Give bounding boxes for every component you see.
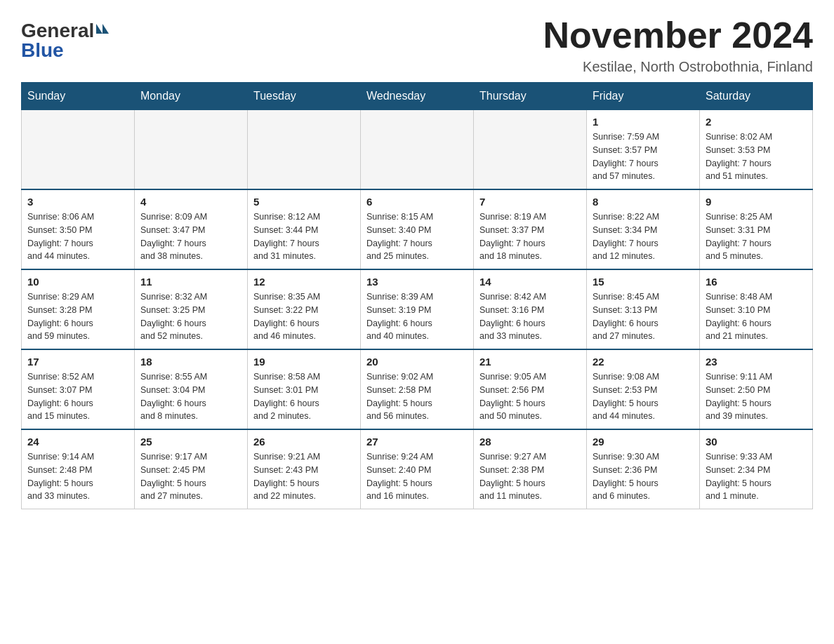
calendar-cell: 7Sunrise: 8:19 AMSunset: 3:37 PMDaylight…	[474, 189, 587, 269]
day-info: Sunrise: 9:14 AMSunset: 2:48 PMDaylight:…	[27, 450, 128, 503]
day-number: 30	[706, 436, 807, 448]
calendar-cell: 18Sunrise: 8:55 AMSunset: 3:04 PMDayligh…	[135, 349, 248, 429]
day-info: Sunrise: 8:52 AMSunset: 3:07 PMDaylight:…	[27, 370, 128, 423]
day-number: 3	[27, 196, 128, 208]
day-number: 9	[706, 196, 807, 208]
day-info: Sunrise: 8:15 AMSunset: 3:40 PMDaylight:…	[366, 210, 468, 263]
calendar-cell	[361, 110, 474, 190]
day-info: Sunrise: 9:21 AMSunset: 2:43 PMDaylight:…	[253, 450, 355, 503]
day-number: 27	[366, 436, 468, 448]
col-wednesday: Wednesday	[361, 83, 474, 110]
day-info: Sunrise: 9:05 AMSunset: 2:56 PMDaylight:…	[479, 370, 581, 423]
calendar-week-row: 3Sunrise: 8:06 AMSunset: 3:50 PMDaylight…	[22, 189, 813, 269]
day-number: 11	[140, 276, 241, 288]
calendar-cell: 14Sunrise: 8:42 AMSunset: 3:16 PMDayligh…	[474, 269, 587, 349]
calendar-cell: 26Sunrise: 9:21 AMSunset: 2:43 PMDayligh…	[248, 429, 361, 509]
day-number: 20	[366, 356, 468, 368]
day-info: Sunrise: 8:02 AMSunset: 3:53 PMDaylight:…	[706, 130, 807, 183]
calendar-cell: 16Sunrise: 8:48 AMSunset: 3:10 PMDayligh…	[700, 269, 813, 349]
calendar-cell: 9Sunrise: 8:25 AMSunset: 3:31 PMDaylight…	[700, 189, 813, 269]
col-tuesday: Tuesday	[248, 83, 361, 110]
day-number: 12	[253, 276, 355, 288]
calendar-cell: 10Sunrise: 8:29 AMSunset: 3:28 PMDayligh…	[22, 269, 135, 349]
col-saturday: Saturday	[700, 83, 813, 110]
location-subtitle: Kestilae, North Ostrobothnia, Finland	[543, 59, 813, 75]
calendar-cell: 27Sunrise: 9:24 AMSunset: 2:40 PMDayligh…	[361, 429, 474, 509]
month-title: November 2024	[543, 14, 813, 56]
calendar-week-row: 10Sunrise: 8:29 AMSunset: 3:28 PMDayligh…	[22, 269, 813, 349]
day-number: 24	[27, 436, 128, 448]
calendar-cell: 21Sunrise: 9:05 AMSunset: 2:56 PMDayligh…	[474, 349, 587, 429]
calendar-cell: 28Sunrise: 9:27 AMSunset: 2:38 PMDayligh…	[474, 429, 587, 509]
day-info: Sunrise: 8:35 AMSunset: 3:22 PMDaylight:…	[253, 290, 355, 343]
calendar-cell: 4Sunrise: 8:09 AMSunset: 3:47 PMDaylight…	[135, 189, 248, 269]
day-info: Sunrise: 9:27 AMSunset: 2:38 PMDaylight:…	[479, 450, 581, 503]
calendar-week-row: 1Sunrise: 7:59 AMSunset: 3:57 PMDaylight…	[22, 110, 813, 190]
day-info: Sunrise: 8:48 AMSunset: 3:10 PMDaylight:…	[706, 290, 807, 343]
day-number: 13	[366, 276, 468, 288]
calendar-cell: 3Sunrise: 8:06 AMSunset: 3:50 PMDaylight…	[22, 189, 135, 269]
col-thursday: Thursday	[474, 83, 587, 110]
calendar-cell: 22Sunrise: 9:08 AMSunset: 2:53 PMDayligh…	[587, 349, 700, 429]
day-info: Sunrise: 8:06 AMSunset: 3:50 PMDaylight:…	[27, 210, 128, 263]
calendar-cell: 30Sunrise: 9:33 AMSunset: 2:34 PMDayligh…	[700, 429, 813, 509]
logo-general-text: General	[21, 21, 94, 41]
day-number: 26	[253, 436, 355, 448]
day-info: Sunrise: 8:42 AMSunset: 3:16 PMDaylight:…	[479, 290, 581, 343]
calendar-week-row: 24Sunrise: 9:14 AMSunset: 2:48 PMDayligh…	[22, 429, 813, 509]
calendar-cell	[22, 110, 135, 190]
day-number: 18	[140, 356, 241, 368]
calendar-week-row: 17Sunrise: 8:52 AMSunset: 3:07 PMDayligh…	[22, 349, 813, 429]
calendar-cell: 20Sunrise: 9:02 AMSunset: 2:58 PMDayligh…	[361, 349, 474, 429]
calendar-cell: 1Sunrise: 7:59 AMSunset: 3:57 PMDaylight…	[587, 110, 700, 190]
calendar-cell: 11Sunrise: 8:32 AMSunset: 3:25 PMDayligh…	[135, 269, 248, 349]
calendar-header-row: Sunday Monday Tuesday Wednesday Thursday…	[22, 83, 813, 110]
day-info: Sunrise: 9:02 AMSunset: 2:58 PMDaylight:…	[366, 370, 468, 423]
day-number: 6	[366, 196, 468, 208]
calendar-cell	[135, 110, 248, 190]
calendar-cell: 15Sunrise: 8:45 AMSunset: 3:13 PMDayligh…	[587, 269, 700, 349]
day-number: 10	[27, 276, 128, 288]
day-number: 22	[593, 356, 694, 368]
day-number: 2	[706, 116, 807, 128]
calendar-cell: 19Sunrise: 8:58 AMSunset: 3:01 PMDayligh…	[248, 349, 361, 429]
day-number: 4	[140, 196, 241, 208]
calendar-cell: 2Sunrise: 8:02 AMSunset: 3:53 PMDaylight…	[700, 110, 813, 190]
day-info: Sunrise: 8:58 AMSunset: 3:01 PMDaylight:…	[253, 370, 355, 423]
day-info: Sunrise: 9:24 AMSunset: 2:40 PMDaylight:…	[366, 450, 468, 503]
day-info: Sunrise: 8:29 AMSunset: 3:28 PMDaylight:…	[27, 290, 128, 343]
day-number: 16	[706, 276, 807, 288]
calendar-cell: 13Sunrise: 8:39 AMSunset: 3:19 PMDayligh…	[361, 269, 474, 349]
col-monday: Monday	[135, 83, 248, 110]
day-info: Sunrise: 8:32 AMSunset: 3:25 PMDaylight:…	[140, 290, 241, 343]
day-info: Sunrise: 9:17 AMSunset: 2:45 PMDaylight:…	[140, 450, 241, 503]
calendar-table: Sunday Monday Tuesday Wednesday Thursday…	[21, 82, 813, 509]
day-info: Sunrise: 8:55 AMSunset: 3:04 PMDaylight:…	[140, 370, 241, 423]
day-number: 7	[479, 196, 581, 208]
day-number: 19	[253, 356, 355, 368]
calendar-cell: 29Sunrise: 9:30 AMSunset: 2:36 PMDayligh…	[587, 429, 700, 509]
day-number: 29	[593, 436, 694, 448]
calendar-cell: 24Sunrise: 9:14 AMSunset: 2:48 PMDayligh…	[22, 429, 135, 509]
day-number: 28	[479, 436, 581, 448]
day-number: 5	[253, 196, 355, 208]
day-number: 15	[593, 276, 694, 288]
calendar-cell: 17Sunrise: 8:52 AMSunset: 3:07 PMDayligh…	[22, 349, 135, 429]
calendar-cell	[248, 110, 361, 190]
col-sunday: Sunday	[22, 83, 135, 110]
day-number: 14	[479, 276, 581, 288]
day-info: Sunrise: 8:25 AMSunset: 3:31 PMDaylight:…	[706, 210, 807, 263]
calendar-cell: 5Sunrise: 8:12 AMSunset: 3:44 PMDaylight…	[248, 189, 361, 269]
col-friday: Friday	[587, 83, 700, 110]
day-info: Sunrise: 9:08 AMSunset: 2:53 PMDaylight:…	[593, 370, 694, 423]
day-number: 1	[593, 116, 694, 128]
logo-blue-text: Blue	[21, 39, 64, 61]
calendar-cell: 6Sunrise: 8:15 AMSunset: 3:40 PMDaylight…	[361, 189, 474, 269]
day-info: Sunrise: 8:19 AMSunset: 3:37 PMDaylight:…	[479, 210, 581, 263]
day-number: 21	[479, 356, 581, 368]
title-section: November 2024 Kestilae, North Ostrobothn…	[543, 14, 813, 75]
day-info: Sunrise: 9:11 AMSunset: 2:50 PMDaylight:…	[706, 370, 807, 423]
day-number: 23	[706, 356, 807, 368]
day-number: 25	[140, 436, 241, 448]
day-info: Sunrise: 8:12 AMSunset: 3:44 PMDaylight:…	[253, 210, 355, 263]
